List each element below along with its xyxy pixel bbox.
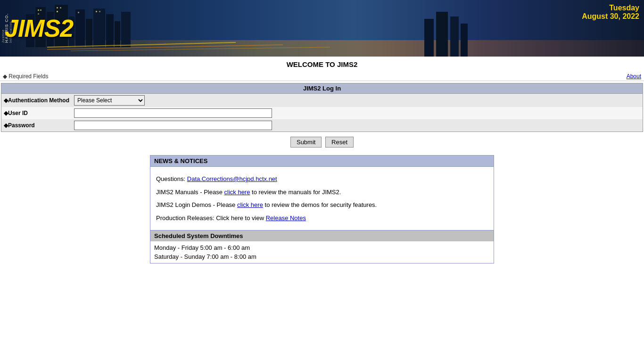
password-row: ◆Password xyxy=(1,119,643,132)
news-item-questions: Questions: Data.Corrections@hcjpd.hctx.n… xyxy=(156,174,488,184)
about-link[interactable]: About xyxy=(627,73,641,80)
date-display: Tuesday August 30, 2022 xyxy=(582,4,639,21)
password-spacer xyxy=(274,119,643,132)
password-label: ◆Password xyxy=(1,119,72,132)
svg-rect-7 xyxy=(75,9,85,47)
auth-method-label: ◆Authentication Method xyxy=(1,94,72,107)
reset-button[interactable]: Reset xyxy=(325,137,354,148)
password-cell xyxy=(72,119,274,132)
user-id-cell xyxy=(72,107,274,119)
svg-rect-11 xyxy=(115,21,120,47)
page-title: WELCOME TO JIMS2 xyxy=(0,57,644,72)
schedule-weekend: Saturday - Sunday 7:00 am - 8:00 am xyxy=(154,252,490,261)
news-questions-text: Questions: xyxy=(156,175,187,182)
scheduled-downtimes-body: Monday - Friday 5:00 am - 6:00 am Saturd… xyxy=(150,241,494,263)
login-table: ◆Authentication Method Please Select HCS… xyxy=(1,94,643,132)
page-title-text: WELCOME TO JIMS2 xyxy=(287,60,358,68)
news-manuals-link[interactable]: click here xyxy=(224,189,250,196)
svg-rect-20 xyxy=(96,11,97,12)
auth-method-row: ◆Authentication Method Please Select HCS… xyxy=(1,94,643,107)
required-fields-bar: ◆ Required Fields About xyxy=(0,72,644,81)
svg-rect-28 xyxy=(461,24,468,57)
news-header: NEWS & NOTICES xyxy=(150,156,494,167)
news-demos-text-before: JIMS2 Login Demos - Please xyxy=(156,201,237,208)
jims2-logo: JIMS2 xyxy=(5,14,73,42)
news-manuals-text-after: to review the manuals for JIMS2. xyxy=(252,189,341,196)
user-id-input[interactable] xyxy=(74,108,272,118)
auth-method-select[interactable]: Please Select HCSO Network HCSO PKI Non-… xyxy=(74,95,145,106)
auth-spacer xyxy=(274,94,643,107)
logo-area: JIMS2 xyxy=(5,0,73,57)
header-background-art xyxy=(0,0,644,57)
svg-rect-9 xyxy=(93,8,105,47)
full-date: August 30, 2022 xyxy=(582,12,639,21)
news-questions-link[interactable]: Data.Corrections@hcjpd.hctx.net xyxy=(187,175,277,182)
news-demos-link[interactable]: click here xyxy=(237,201,263,208)
password-input[interactable] xyxy=(74,121,272,130)
user-id-spacer xyxy=(274,107,643,119)
required-fields-label: ◆ Required Fields xyxy=(3,73,48,80)
user-id-label: ◆User ID xyxy=(1,107,72,119)
svg-rect-8 xyxy=(86,19,92,47)
schedule-weekday: Monday - Friday 5:00 am - 6:00 am xyxy=(154,243,490,252)
news-item-releases: Production Releases: Click here to view … xyxy=(156,214,488,223)
scheduled-downtimes-header: Scheduled System Downtimes xyxy=(150,230,494,241)
svg-rect-26 xyxy=(436,12,448,57)
svg-rect-21 xyxy=(99,11,100,12)
news-item-manuals: JIMS2 Manuals - Please click here to rev… xyxy=(156,188,488,197)
news-item-demos: JIMS2 Login Demos - Please click here to… xyxy=(156,200,488,210)
auth-method-cell: Please Select HCSO Network HCSO PKI Non-… xyxy=(72,94,274,107)
user-id-row: ◆User ID xyxy=(1,107,643,119)
svg-rect-19 xyxy=(78,12,79,13)
news-releases-link[interactable]: Release Notes xyxy=(266,214,306,222)
form-buttons: Submit Reset xyxy=(0,134,644,150)
news-releases-text-before: Production Releases: Click here to view xyxy=(156,214,266,222)
login-form-header: JIMS2 Log In xyxy=(1,83,643,94)
svg-rect-25 xyxy=(424,19,434,57)
news-body: Questions: Data.Corrections@hcjpd.hctx.n… xyxy=(150,167,494,230)
site-header: Justice HARRIS CO. Information JIMS2 Tue… xyxy=(0,0,644,57)
news-demos-text-after: to review the demos for security feature… xyxy=(265,201,377,208)
submit-button[interactable]: Submit xyxy=(290,137,322,148)
svg-rect-12 xyxy=(121,12,131,47)
svg-rect-27 xyxy=(450,16,459,57)
news-section: NEWS & NOTICES Questions: Data.Correctio… xyxy=(150,155,494,263)
svg-rect-10 xyxy=(106,14,114,47)
news-manuals-text-before: JIMS2 Manuals - Please xyxy=(156,189,224,196)
login-section: JIMS2 Log In ◆Authentication Method Plea… xyxy=(1,83,643,132)
day-name: Tuesday xyxy=(582,4,639,12)
